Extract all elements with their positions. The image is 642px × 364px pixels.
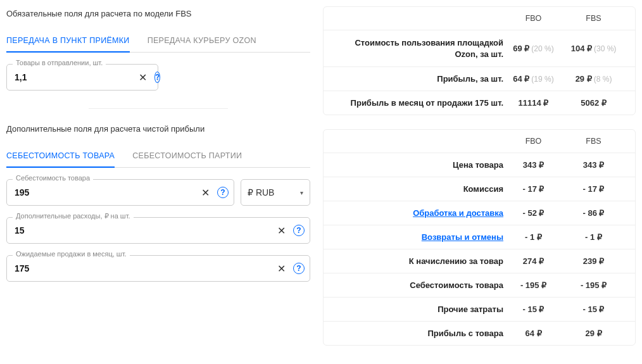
cell-value: - 1 ₽ xyxy=(503,232,563,242)
table-row: Комиссия - 17 ₽ - 17 ₽ xyxy=(324,177,635,201)
cell-value: 29 ₽ xyxy=(576,74,592,84)
cost-input[interactable] xyxy=(15,187,196,198)
table-row: Цена товара 343 ₽ 343 ₽ xyxy=(324,153,635,177)
cell-value: - 195 ₽ xyxy=(503,280,563,290)
cell-pct: (19 %) xyxy=(531,75,553,84)
col-fbo: FBO xyxy=(503,14,563,23)
cell-pct: (30 %) xyxy=(594,44,616,53)
table-row: Стоимость пользования площадкой Ozon, за… xyxy=(324,30,635,67)
table-row: К начислению за товар 274 ₽ 239 ₽ xyxy=(324,249,635,273)
cell-value: 104 ₽ xyxy=(571,44,592,53)
row-label: Цена товара xyxy=(335,160,503,170)
cell-value: - 15 ₽ xyxy=(563,304,624,314)
help-icon[interactable]: ? xyxy=(293,225,305,236)
tab-pickup-point[interactable]: ПЕРЕДАЧА В ПУНКТ ПРИЁМКИ xyxy=(6,30,130,53)
processing-delivery-link[interactable]: Обработка и доставка xyxy=(413,208,503,218)
items-per-shipment-input[interactable] xyxy=(15,72,134,82)
row-label: Комиссия xyxy=(335,184,503,194)
help-icon[interactable]: ? xyxy=(217,187,229,198)
table-row: Прибыль, за шт. 64 ₽(19 %) 29 ₽(8 %) xyxy=(324,67,635,91)
cell-value: - 195 ₽ xyxy=(563,280,624,290)
tab-cost-batch[interactable]: СЕБЕСТОИМОСТЬ ПАРТИИ xyxy=(132,145,242,167)
row-label: К начислению за товар xyxy=(335,256,503,266)
row-label: Стоимость пользования площадкой Ozon, за… xyxy=(335,37,503,60)
table-row: Себестоимость товара - 195 ₽ - 195 ₽ xyxy=(324,273,635,298)
currency-select[interactable]: ₽ RUB ▾ xyxy=(241,179,310,206)
table-row: Прибыль в месяц от продажи 175 шт. 11114… xyxy=(324,91,635,115)
cell-value: 5062 ₽ xyxy=(563,98,624,108)
row-label: Прибыль с товара xyxy=(335,329,503,338)
summary-table: FBO FBS Стоимость пользования площадкой … xyxy=(323,6,636,115)
returns-link[interactable]: Возвраты и отмены xyxy=(422,232,503,242)
cell-value: 343 ₽ xyxy=(563,160,624,170)
table-header: FBO FBS xyxy=(324,130,635,153)
additional-fields-heading: Дополнительные поля для расчета чистой п… xyxy=(6,124,310,134)
additional-cost-label: Дополнительные расходы, ₽ на шт. xyxy=(13,212,134,220)
col-fbs: FBS xyxy=(563,137,624,146)
close-icon[interactable]: ✕ xyxy=(196,187,215,199)
table-row: Прибыль с товара 64 ₽ 29 ₽ xyxy=(324,322,635,345)
cell-value: 64 ₽ xyxy=(503,329,563,338)
col-fbo: FBO xyxy=(503,137,563,146)
cost-tabs: СЕБЕСТОИМОСТЬ ТОВАРА СЕБЕСТОИМОСТЬ ПАРТИ… xyxy=(6,145,310,168)
additional-cost-input[interactable] xyxy=(15,225,272,235)
row-label: Прибыль, за шт. xyxy=(335,74,503,84)
cell-value: 11114 ₽ xyxy=(503,98,563,108)
detail-table: FBO FBS Цена товара 343 ₽ 343 ₽ Комиссия… xyxy=(323,129,636,346)
cell-value: 343 ₽ xyxy=(503,160,563,170)
cell-pct: (20 %) xyxy=(531,44,553,53)
close-icon[interactable]: ✕ xyxy=(272,263,291,275)
currency-value: ₽ RUB xyxy=(248,187,274,198)
help-icon[interactable]: ? xyxy=(154,72,160,83)
cell-value: - 15 ₽ xyxy=(503,304,563,314)
cell-value: 64 ₽ xyxy=(513,74,529,84)
section-divider xyxy=(89,108,228,109)
expected-sales-label: Ожидаемые продажи в месяц, шт. xyxy=(13,250,130,258)
cell-value: - 1 ₽ xyxy=(563,232,624,242)
cell-value: - 86 ₽ xyxy=(563,208,624,218)
cell-value: - 52 ₽ xyxy=(503,208,563,218)
help-icon[interactable]: ? xyxy=(293,263,305,274)
close-icon[interactable]: ✕ xyxy=(272,225,291,237)
expected-sales-input[interactable] xyxy=(15,263,272,273)
close-icon[interactable]: ✕ xyxy=(134,72,152,84)
tab-courier[interactable]: ПЕРЕДАЧА КУРЬЕРУ OZON xyxy=(148,30,256,52)
cell-value: - 17 ₽ xyxy=(563,184,624,194)
items-per-shipment-label: Товары в отправлении, шт. xyxy=(13,59,106,66)
cell-value: 239 ₽ xyxy=(563,256,624,266)
cell-value: 274 ₽ xyxy=(503,256,563,266)
delivery-tabs: ПЕРЕДАЧА В ПУНКТ ПРИЁМКИ ПЕРЕДАЧА КУРЬЕР… xyxy=(6,30,310,53)
cell-value: 69 ₽ xyxy=(513,44,529,53)
table-header: FBO FBS xyxy=(324,7,635,30)
cell-value: - 17 ₽ xyxy=(503,184,563,194)
cell-pct: (8 %) xyxy=(594,75,612,84)
row-label: Прибыль в месяц от продажи 175 шт. xyxy=(335,98,503,108)
cell-value: 29 ₽ xyxy=(563,329,624,338)
row-label: Себестоимость товара xyxy=(335,280,503,290)
chevron-down-icon: ▾ xyxy=(300,189,303,196)
table-row: Прочие затраты - 15 ₽ - 15 ₽ xyxy=(324,298,635,322)
table-row: Возвраты и отмены - 1 ₽ - 1 ₽ xyxy=(324,225,635,249)
required-fields-heading: Обязательные поля для расчета по модели … xyxy=(6,9,310,18)
table-row: Обработка и доставка - 52 ₽ - 86 ₽ xyxy=(324,201,635,225)
col-fbs: FBS xyxy=(563,14,624,23)
tab-cost-item[interactable]: СЕБЕСТОИМОСТЬ ТОВАРА xyxy=(6,145,115,168)
cost-label: Себестоимость товара xyxy=(13,174,93,182)
row-label: Прочие затраты xyxy=(335,304,503,314)
